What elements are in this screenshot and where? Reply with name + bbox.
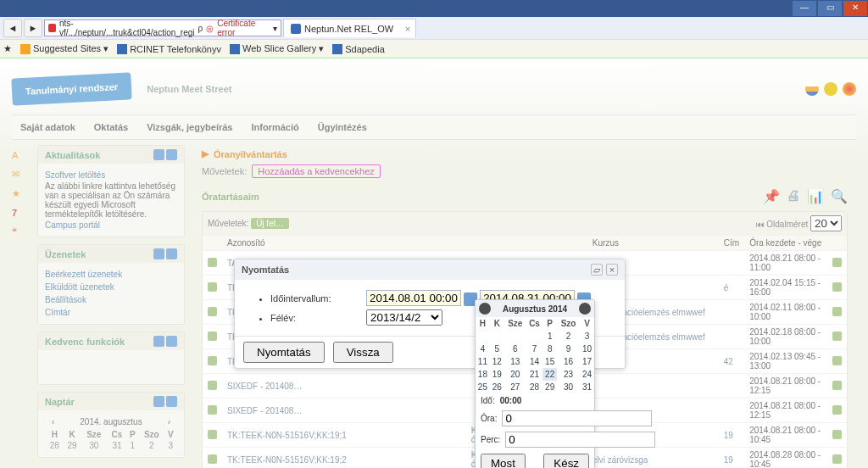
fav-slice[interactable]: Web Slice Gallery ▾ [230, 43, 324, 54]
dp-day[interactable]: 22 [542, 368, 557, 381]
fav-sdapedia[interactable]: Sdapedia [332, 44, 385, 54]
url-text: nts-vf/.../neptun/...truk&ctl04/action_r… [59, 19, 195, 37]
semester-select[interactable]: 2013/14/2 [366, 309, 442, 326]
dialog-popout-icon[interactable]: ▱ [591, 264, 603, 276]
dp-day[interactable]: 5 [490, 343, 504, 355]
date-from-input[interactable] [366, 290, 461, 306]
dp-day[interactable]: 2 [557, 330, 580, 343]
dp-hour-input[interactable] [502, 410, 652, 426]
dp-prev-icon[interactable] [479, 303, 491, 315]
dialog-close-icon[interactable]: × [606, 264, 618, 276]
dp-day[interactable]: 28 [526, 381, 542, 393]
print-button[interactable]: Nyomtatás [243, 342, 325, 363]
dp-day[interactable]: 10 [580, 343, 594, 355]
fav-rcinet[interactable]: RCINET Telefonkönyv [117, 44, 221, 54]
semester-label: Félév: [270, 313, 364, 323]
dp-min-input[interactable] [505, 432, 655, 448]
dp-day[interactable]: 15 [542, 355, 557, 368]
datepicker: Augusztus 2014 HKSzeCsPSzoV 123456789101… [475, 299, 595, 468]
browser-toolbar: ◄ ► nts-vf/.../neptun/...truk&ctl04/acti… [0, 17, 868, 39]
dp-day[interactable]: 16 [557, 355, 580, 368]
dp-day[interactable]: 21 [526, 368, 542, 381]
ssl-warning-icon [48, 24, 56, 32]
dp-done-button[interactable]: Kész [543, 454, 589, 468]
dp-day[interactable]: 13 [504, 355, 526, 368]
dp-hour-label: Óra: [481, 414, 497, 423]
dp-day[interactable]: 14 [526, 355, 542, 368]
address-bar[interactable]: nts-vf/.../neptun/...truk&ctl04/action_r… [44, 20, 281, 36]
fav-suggested[interactable]: Suggested Sites ▾ [20, 43, 108, 54]
dp-day[interactable]: 11 [476, 355, 490, 368]
window-close[interactable]: ✕ [843, 1, 867, 16]
browser-tab-active[interactable]: Neptun.Net REL_OW × [283, 19, 416, 37]
dp-day[interactable]: 8 [542, 343, 557, 355]
cert-error-icon: ◎ [206, 24, 214, 33]
dp-day[interactable]: 9 [557, 343, 580, 355]
interval-label: Időintervallum: [270, 293, 364, 304]
dp-time-label: Idő: [481, 396, 495, 405]
dp-day[interactable]: 17 [580, 355, 594, 368]
dp-day[interactable] [490, 330, 504, 343]
dp-day[interactable] [476, 330, 490, 343]
dp-day[interactable]: 4 [476, 343, 490, 355]
dp-day[interactable]: 7 [526, 343, 542, 355]
search-icon: ρ [198, 24, 203, 33]
dp-day[interactable]: 25 [476, 381, 490, 393]
chevron-down-icon[interactable]: ▾ [273, 24, 277, 33]
tab-favicon [291, 24, 301, 34]
dp-month-label: Augusztus 2014 [491, 304, 579, 314]
dialog-title: Nyomtatás [242, 265, 289, 275]
nav-back-button[interactable]: ◄ [3, 19, 22, 37]
page-content: Tanulmányi rendszer Neptun Meet Street S… [0, 58, 868, 468]
dp-day[interactable]: 29 [542, 381, 557, 393]
dp-next-icon[interactable] [579, 303, 591, 315]
window-minimize[interactable]: — [793, 1, 816, 16]
dp-day[interactable]: 18 [476, 368, 490, 381]
dp-day[interactable] [504, 330, 526, 343]
dp-min-label: Perc: [481, 435, 500, 444]
dp-time-value: 00:00 [500, 396, 522, 405]
dp-day[interactable]: 3 [580, 330, 594, 343]
tab-close-icon[interactable]: × [405, 24, 410, 34]
favorites-star-icon[interactable]: ★ [3, 43, 12, 54]
dp-day[interactable]: 23 [557, 368, 580, 381]
dp-day[interactable]: 30 [557, 381, 580, 393]
dp-day[interactable]: 24 [580, 368, 594, 381]
favorites-bar: ★ Suggested Sites ▾ RCINET Telefonkönyv … [0, 39, 868, 58]
window-maximize[interactable]: ▭ [818, 1, 842, 16]
dp-grid: HKSzeCsPSzoV 123456789101112131415161718… [476, 317, 594, 393]
dp-day[interactable]: 20 [504, 368, 526, 381]
browser-chrome: — ▭ ✕ ◄ ► nts-vf/.../neptun/...truk&ctl0… [0, 0, 868, 58]
dp-day[interactable]: 26 [490, 381, 504, 393]
dp-day[interactable]: 1 [542, 330, 557, 343]
dp-now-button[interactable]: Most [481, 454, 526, 468]
dp-day[interactable]: 27 [504, 381, 526, 393]
dp-day[interactable]: 12 [490, 355, 504, 368]
tab-title: Neptun.Net REL_OW [304, 24, 393, 34]
dp-day[interactable]: 6 [504, 343, 526, 355]
nav-forward-button[interactable]: ► [24, 19, 42, 37]
dp-day[interactable] [526, 330, 542, 343]
back-button[interactable]: Vissza [333, 342, 393, 363]
cert-error-label: Certificate error [217, 19, 270, 37]
window-titlebar: — ▭ ✕ [0, 0, 868, 17]
dp-day[interactable]: 19 [490, 368, 504, 381]
dp-day[interactable]: 31 [580, 381, 594, 393]
